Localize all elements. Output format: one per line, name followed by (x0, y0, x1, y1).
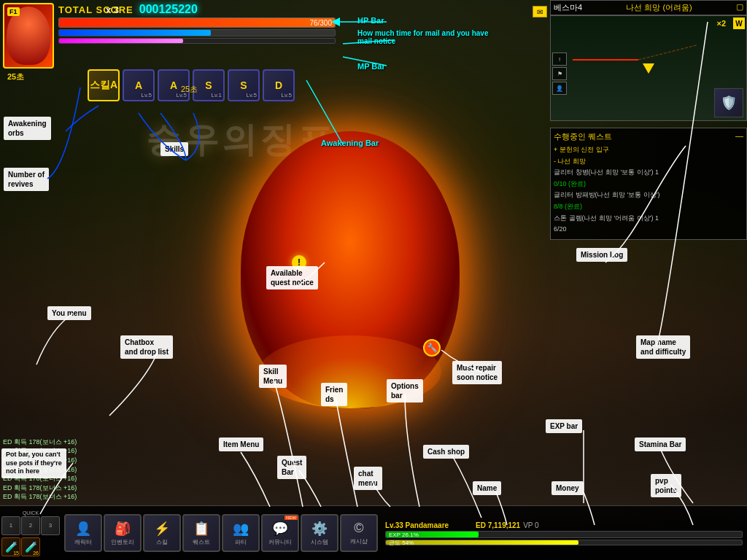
skill-menu-button[interactable]: ⚡ 스킬 (143, 514, 181, 552)
party-button[interactable]: 👥 파티 (222, 514, 260, 552)
minimap-w-badge[interactable]: W (733, 18, 745, 29)
quest-button[interactable]: 📋 퀘스트 (182, 514, 220, 552)
mp-bar-fill (59, 30, 211, 36)
skill-level-5: Lv.5 (281, 92, 292, 98)
minimap-title-left: 베스마4 (554, 2, 582, 13)
minimap-canvas: ! ⚑ 👤 ×2 W 🛡️ (550, 15, 747, 121)
minimap-x2: ×2 (716, 19, 726, 28)
quest-entry-3: 스톤 골렘(나선 희망 '어려움 이상') 1 (554, 214, 743, 223)
party-icon: 👥 (233, 521, 249, 537)
quick-slot-2[interactable]: 2 (21, 516, 40, 535)
exp-text: EXP 26.1% (389, 531, 419, 537)
skill-slot-1[interactable]: A Lv.5 (123, 69, 155, 101)
minimap-title-right: 나선 희망 (어려움) (626, 2, 692, 13)
skills-annotation: Skills (160, 142, 188, 156)
svg-line-1 (638, 45, 697, 60)
character-portrait[interactable]: F1 (3, 3, 54, 69)
system-icon: ⚙️ (311, 521, 328, 537)
ed-amount: ED 7,119,121 (476, 521, 520, 529)
skill-level-4: Lv.5 (246, 92, 257, 98)
character-icon: 👤 (75, 521, 91, 537)
main-buttons: 👤 캐릭터 🎒 인벤토리 ⚡ 스킬 📋 퀘스트 👥 파티 NEW 💬 커뮤니티 … (61, 514, 381, 552)
vp-amount: VP 0 (523, 521, 539, 529)
skill-slot-5[interactable]: D Lv.5 (263, 69, 295, 101)
quick-slot-1[interactable]: 1 (1, 516, 20, 535)
inventory-button[interactable]: 🎒 인벤토리 (104, 514, 142, 552)
bottom-hud: QUICK 1 2 3 🧪 15 🧪 26 👤 캐릭터 🎒 인벤토리 (0, 505, 747, 560)
awakening-bar (58, 38, 336, 44)
stamina-bar: 근도 54% (385, 540, 743, 545)
status-bar: Lv.33 Pandamaare ED 7,119,121 VP 0 EXP 2… (381, 518, 747, 548)
character-button[interactable]: 👤 캐릭터 (64, 514, 102, 552)
pot-slot-row: 🧪 15 🧪 26 (1, 537, 60, 556)
minimap-player-marker (643, 63, 654, 74)
status-top: Lv.33 Pandamaare ED 7,119,121 VP 0 (385, 521, 743, 529)
awakening-skill-slot[interactable]: 스킬A (88, 69, 120, 101)
player-level-name: Lv.33 Pandamaare (385, 521, 473, 529)
quest-icon: 📋 (193, 521, 209, 537)
quick-slot-3[interactable]: 3 (41, 516, 60, 535)
exp-bar-annotation: EXP bar (546, 419, 582, 433)
inventory-label: 인벤토리 (111, 538, 134, 546)
cash-shop-button[interactable]: © 캐시샵 (340, 514, 378, 552)
friends-annotation: Friends (321, 383, 347, 406)
community-button[interactable]: NEW 💬 커뮤니티 (261, 514, 299, 552)
chat-menu-annotation: chatmenu (354, 467, 382, 490)
skill-level-1: Lv.5 (141, 92, 152, 98)
skill-level-3: Lv.1 (211, 92, 222, 98)
cash-shop-annotation: Cash shop (423, 445, 469, 459)
total-score-label: TOTAL SCORE (58, 4, 133, 15)
skill-label-1: A (135, 79, 142, 91)
system-button[interactable]: ⚙️ 시스템 (301, 514, 338, 552)
pot-bar-annotation: Pot bar, you can'tuse pots if they'renot… (1, 448, 66, 478)
options-annotation: Optionsbar (387, 379, 423, 402)
main-character (204, 131, 496, 459)
pvp-annotation: pvppoints (651, 474, 681, 497)
pot-slot-1[interactable]: 🧪 15 (1, 537, 20, 556)
stamina-bar-fill (386, 540, 578, 545)
mission-log-annotation: Mission Log (576, 248, 627, 262)
character-label: 캐릭터 (74, 538, 92, 546)
minimap-expand-icon[interactable]: ▢ (736, 2, 743, 13)
exp-bar: EXP 26.1% (385, 531, 743, 538)
awakening-orbs-annotation: Awakeningorbs (4, 117, 51, 140)
repair-notice: 🔧 (423, 339, 441, 357)
quest-entry-3-status: 6/20 (554, 225, 743, 234)
skill-label-2: A (170, 79, 177, 91)
awakening-orbs: 25초 (181, 84, 198, 95)
system-label: 시스템 (311, 538, 328, 546)
quest-entry-section: + 분헌의 신전 입구 (554, 145, 743, 155)
quick-slot-row: 1 2 3 (1, 516, 60, 535)
f1-badge[interactable]: F1 (7, 7, 20, 16)
cash-shop-icon: © (354, 521, 363, 536)
score-line: TOTAL SCORE 000125220 (58, 3, 496, 16)
quest-entry-1-status: 0/10 (완료) (554, 179, 743, 189)
mail-icon[interactable]: ✉ (533, 6, 547, 18)
quest-entry-2: 글리터 방패방(나선 희망 '보통 이상') (554, 190, 743, 200)
skill-icon: ⚡ (154, 521, 170, 537)
quest-bar-annotation: QuestBar (277, 456, 306, 479)
total-score-value: 000125220 (139, 3, 198, 16)
you-menu-annotation: You menu (47, 306, 91, 320)
pot-slot-2[interactable]: 🧪 26 (21, 537, 40, 556)
hp-bar-annotation: HP Bar (357, 16, 384, 25)
quick-label: QUICK (1, 510, 60, 516)
awakening-skill-label: 스킬A (90, 79, 117, 92)
skill-menu-label: 스킬 (156, 538, 168, 546)
money-annotation: Money (551, 481, 584, 495)
minimap-header: 베스마4 나선 희망 (어려움) ▢ (550, 0, 747, 15)
cash-shop-label: 캐시샵 (350, 537, 368, 545)
quest-entry-active: - 나선 희망 (554, 157, 743, 166)
available-quest-annotation: Availablequest notice (266, 266, 318, 289)
chatbox-annotation: Chatboxand drop list (120, 335, 173, 359)
skill-slot-4[interactable]: S Lv.5 (228, 69, 260, 101)
item-menu-annotation: Item Menu (219, 438, 263, 451)
map-annotation: Map nameand difficulty (636, 335, 690, 359)
quest-log: 수행중인 퀘스트 — + 분헌의 신전 입구 - 나선 희망 글리터 창병(나선… (550, 128, 747, 240)
mp-bar (58, 29, 336, 36)
chat-line: ED 획득 178(보너스 +16) (3, 483, 163, 493)
skill-label-4: S (240, 79, 247, 91)
hp-text: 76/300 (309, 19, 332, 27)
name-annotation: Name (473, 481, 501, 495)
stamina-text: 근도 54% (389, 538, 414, 546)
